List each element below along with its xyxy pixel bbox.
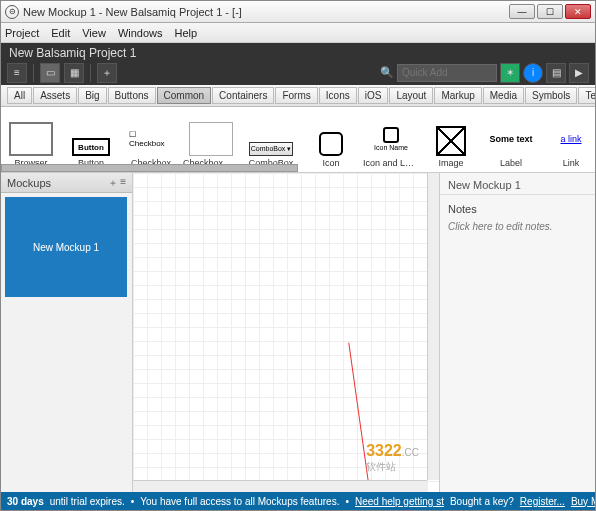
gallery-item-checkbox-gr-[interactable]: Checkbox Gr... bbox=[181, 107, 241, 172]
canvas[interactable]: 3322.CC 软件站 bbox=[133, 173, 439, 492]
notes-label: Notes bbox=[440, 195, 595, 217]
properties-panel: New Mockup 1 Notes Click here to edit no… bbox=[439, 173, 595, 492]
selected-mockup-title: New Mockup 1 bbox=[440, 173, 595, 195]
gallery-item-browser[interactable]: Browser bbox=[1, 107, 61, 172]
mockups-panel-title: Mockups bbox=[7, 177, 51, 189]
gallery-thumb: a link bbox=[549, 122, 593, 156]
maximize-button[interactable]: ☐ bbox=[537, 4, 563, 19]
category-big[interactable]: Big bbox=[78, 87, 106, 104]
gallery-thumb: Icon Name bbox=[369, 122, 413, 156]
add-icon[interactable]: ＋ bbox=[97, 63, 117, 83]
gallery-item-label[interactable]: Some textLabel bbox=[481, 107, 541, 172]
gallery-item-combobox[interactable]: ComboBox ▾ComboBox bbox=[241, 107, 301, 172]
gallery-item-link[interactable]: a linkLink bbox=[541, 107, 595, 172]
menu-project[interactable]: Project bbox=[5, 27, 39, 39]
register-link[interactable]: Register... bbox=[520, 496, 565, 507]
gallery-label: Label bbox=[483, 158, 539, 168]
gallery-thumb: Some text bbox=[489, 122, 533, 156]
mockups-panel: Mockups ＋ ≡ New Mockup 1 bbox=[1, 173, 133, 492]
category-symbols[interactable]: Symbols bbox=[525, 87, 577, 104]
gallery-thumb: Button bbox=[72, 138, 110, 156]
menubar: Project Edit View Windows Help bbox=[1, 23, 595, 43]
gallery-label: Icon bbox=[303, 158, 359, 168]
canvas-scrollbar-vertical[interactable] bbox=[427, 173, 439, 480]
quick-add-input[interactable] bbox=[397, 64, 497, 82]
panel-list-icon[interactable]: ≡ bbox=[120, 176, 126, 190]
gallery-item-image[interactable]: Image bbox=[421, 107, 481, 172]
gallery-scrollbar[interactable] bbox=[1, 164, 298, 172]
category-assets[interactable]: Assets bbox=[33, 87, 77, 104]
menu-windows[interactable]: Windows bbox=[118, 27, 163, 39]
gallery-thumb: ☐ Checkbox bbox=[129, 122, 173, 156]
mockup-thumbnail-label: New Mockup 1 bbox=[33, 242, 99, 253]
mockup-thumbnail[interactable]: New Mockup 1 bbox=[5, 197, 127, 297]
watermark: 3322.CC 软件站 bbox=[366, 442, 419, 474]
category-text[interactable]: Text bbox=[578, 87, 595, 104]
category-all[interactable]: All bbox=[7, 87, 32, 104]
gallery-label: Image bbox=[423, 158, 479, 168]
window-title: New Mockup 1 - New Balsamiq Project 1 - … bbox=[23, 6, 509, 18]
category-buttons[interactable]: Buttons bbox=[108, 87, 156, 104]
gallery-item-icon[interactable]: Icon bbox=[301, 107, 361, 172]
gallery-label: Icon and Label bbox=[363, 158, 419, 168]
category-media[interactable]: Media bbox=[483, 87, 524, 104]
gallery-thumb bbox=[189, 122, 233, 156]
category-forms[interactable]: Forms bbox=[275, 87, 317, 104]
category-common[interactable]: Common bbox=[157, 87, 212, 104]
category-layout[interactable]: Layout bbox=[389, 87, 433, 104]
buy-link[interactable]: Buy Mockups now! bbox=[571, 496, 595, 507]
gallery-item-checkbox[interactable]: ☐ CheckboxCheckbox bbox=[121, 107, 181, 172]
trial-days: 30 days bbox=[7, 496, 44, 507]
ui-library-gallery: BrowserButtonButton☐ CheckboxCheckboxChe… bbox=[1, 107, 595, 173]
info-icon[interactable]: i bbox=[523, 63, 543, 83]
canvas-scrollbar-horizontal[interactable] bbox=[133, 480, 427, 492]
project-title: New Balsamiq Project 1 bbox=[1, 43, 595, 60]
dark-toolbar: New Balsamiq Project 1 ≡ ▭ ▦ ＋ 🔍 ✶ i ▤ ▶ bbox=[1, 43, 595, 85]
statusbar: 30 days until trial expires. • You have … bbox=[1, 492, 595, 510]
gallery-thumb: ComboBox ▾ bbox=[249, 142, 293, 156]
category-bar: AllAssetsBigButtonsCommonContainersForms… bbox=[1, 85, 595, 107]
panel-plus-icon[interactable]: ＋ bbox=[108, 176, 118, 190]
properties-icon[interactable]: ▤ bbox=[546, 63, 566, 83]
gallery-item-icon-and-label[interactable]: Icon NameIcon and Label bbox=[361, 107, 421, 172]
menu-edit[interactable]: Edit bbox=[51, 27, 70, 39]
notes-input[interactable]: Click here to edit notes. bbox=[440, 217, 595, 236]
toggle-markup-icon[interactable]: ✶ bbox=[500, 63, 520, 83]
gallery-thumb bbox=[9, 122, 53, 156]
gallery-thumb bbox=[319, 132, 343, 156]
menu-help[interactable]: Help bbox=[175, 27, 198, 39]
help-link[interactable]: Need help getting st bbox=[355, 496, 444, 507]
category-markup[interactable]: Markup bbox=[434, 87, 481, 104]
window-titlebar: ⊝ New Mockup 1 - New Balsamiq Project 1 … bbox=[1, 1, 595, 23]
fullscreen-icon[interactable]: ▶ bbox=[569, 63, 589, 83]
gallery-thumb bbox=[436, 126, 466, 156]
minimize-button[interactable]: — bbox=[509, 4, 535, 19]
category-containers[interactable]: Containers bbox=[212, 87, 274, 104]
category-icons[interactable]: Icons bbox=[319, 87, 357, 104]
view-thumbnails-icon[interactable]: ▭ bbox=[40, 63, 60, 83]
close-button[interactable]: ✕ bbox=[565, 4, 591, 19]
gallery-item-button[interactable]: ButtonButton bbox=[61, 107, 121, 172]
hamburger-icon[interactable]: ≡ bbox=[7, 63, 27, 83]
annotation-arrow bbox=[348, 343, 368, 482]
view-grid-icon[interactable]: ▦ bbox=[64, 63, 84, 83]
app-icon: ⊝ bbox=[5, 5, 19, 19]
search-icon: 🔍 bbox=[380, 66, 394, 79]
gallery-label: Link bbox=[543, 158, 595, 168]
category-ios[interactable]: iOS bbox=[358, 87, 389, 104]
menu-view[interactable]: View bbox=[82, 27, 106, 39]
